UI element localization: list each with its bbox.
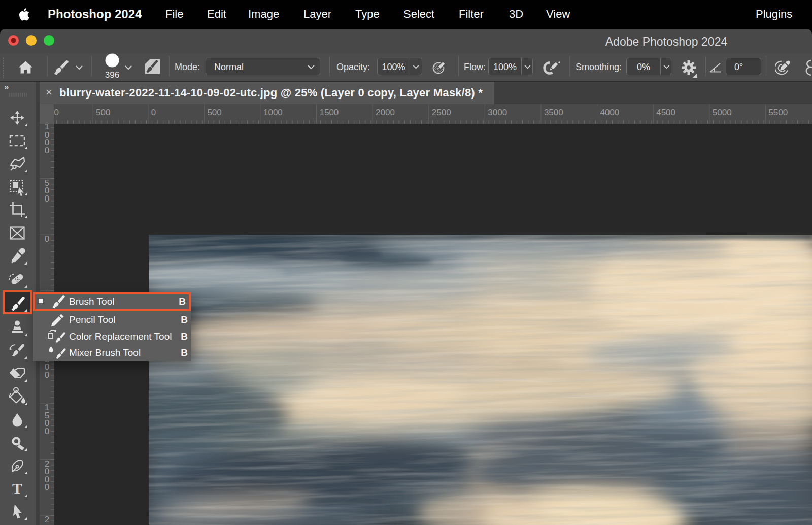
svg-text:0: 0 (54, 108, 59, 117)
svg-text:0: 0 (45, 194, 49, 204)
svg-text:1500: 1500 (320, 108, 339, 117)
svg-text:4500: 4500 (656, 108, 675, 117)
svg-text:0: 0 (45, 482, 49, 492)
svg-text:1000: 1000 (263, 108, 283, 117)
svg-text:3500: 3500 (544, 108, 563, 117)
svg-text:0: 0 (151, 108, 156, 117)
svg-text:»: » (4, 82, 9, 92)
svg-text:2: 2 (45, 515, 49, 524)
svg-text:2000: 2000 (376, 108, 395, 117)
svg-text:5500: 5500 (768, 108, 788, 117)
svg-text:2500: 2500 (432, 108, 451, 117)
svg-text:500: 500 (207, 108, 221, 117)
svg-text:5000: 5000 (713, 108, 732, 117)
svg-text:0: 0 (45, 426, 49, 436)
svg-text:4000: 4000 (600, 108, 620, 117)
svg-text:T: T (12, 480, 22, 497)
svg-text:0: 0 (45, 146, 49, 155)
svg-text:0: 0 (45, 370, 49, 380)
svg-text:500: 500 (96, 108, 110, 117)
svg-text:0: 0 (45, 234, 49, 244)
svg-text:3000: 3000 (488, 108, 507, 117)
